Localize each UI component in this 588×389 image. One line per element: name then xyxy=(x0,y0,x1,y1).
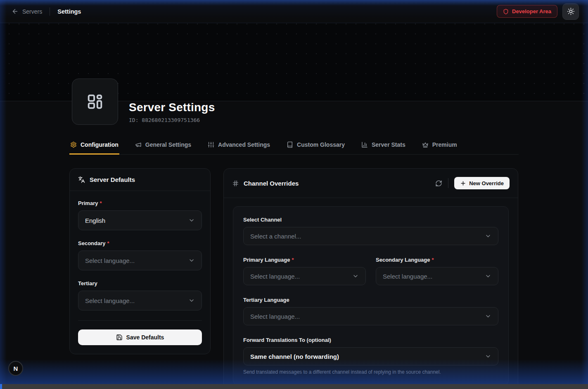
required-marker: * xyxy=(107,240,109,246)
content-panels: Server Defaults Primary * English xyxy=(69,168,518,389)
server-id-label: ID: xyxy=(129,117,138,123)
tab-label: Premium xyxy=(432,141,457,148)
override-primary-select[interactable]: Select language... xyxy=(243,267,366,285)
channel-overrides-title: Channel Overrides xyxy=(244,180,299,187)
megaphone-icon xyxy=(135,141,142,148)
overrides-actions: New Override xyxy=(435,177,510,189)
chevron-down-icon xyxy=(352,273,359,279)
required-marker: * xyxy=(292,257,294,263)
channel-overrides-header: Channel Overrides New Override xyxy=(224,169,518,198)
select-value: English xyxy=(85,217,105,224)
server-avatar xyxy=(72,79,118,125)
override-secondary-select[interactable]: Select language... xyxy=(376,267,498,285)
label-text: Tertiary xyxy=(78,280,97,286)
refresh-icon xyxy=(435,180,442,187)
select-channel-field: Select Channel Select a channel... xyxy=(243,217,498,245)
save-defaults-button[interactable]: Save Defaults xyxy=(78,329,202,345)
settings-tabs: Configuration General Settings Advanced … xyxy=(69,137,519,155)
gear-icon xyxy=(70,141,77,148)
field-label: Primary Language * xyxy=(243,257,366,263)
field-label: Forward Translations To (optional) xyxy=(243,337,498,343)
bar-chart-icon xyxy=(361,141,368,148)
label-text: Secondary Language xyxy=(376,257,430,263)
new-override-button[interactable]: New Override xyxy=(454,177,510,189)
chevron-down-icon xyxy=(485,353,491,360)
label-text: Tertiary Language xyxy=(243,297,289,303)
field-label: Tertiary xyxy=(78,280,202,286)
select-value: Same channel (no forwarding) xyxy=(250,353,339,360)
topbar-divider xyxy=(50,7,50,16)
primary-language-select[interactable]: English xyxy=(78,210,202,230)
tab-custom-glossary[interactable]: Custom Glossary xyxy=(286,137,346,155)
override-tertiary-field: Tertiary Language Select language... xyxy=(243,297,498,325)
floating-n-badge[interactable]: N xyxy=(8,361,23,376)
chevron-down-icon xyxy=(188,297,195,304)
label-text: Select Channel xyxy=(243,217,282,223)
languages-icon xyxy=(78,176,85,183)
select-placeholder: Select language... xyxy=(250,273,300,280)
secondary-language-field: Secondary * Select language... xyxy=(78,240,202,270)
select-placeholder: Select language... xyxy=(85,257,135,264)
save-defaults-label: Save Defaults xyxy=(126,334,164,341)
page-title: Settings xyxy=(57,8,81,15)
required-marker: * xyxy=(100,200,102,206)
field-label: Select Channel xyxy=(243,217,498,223)
forward-translations-field: Forward Translations To (optional) Same … xyxy=(243,337,498,375)
select-placeholder: Select language... xyxy=(383,273,432,280)
language-row: Primary Language * Select language... xyxy=(243,257,498,297)
server-head-text: Server Settings ID: 882680213309751366 xyxy=(129,101,215,125)
divider xyxy=(78,320,202,321)
tertiary-language-field: Tertiary Select language... xyxy=(78,280,202,310)
override-secondary-field: Secondary Language * Select language... xyxy=(376,257,498,285)
tab-premium[interactable]: Premium xyxy=(421,137,458,155)
tab-label: Advanced Settings xyxy=(218,141,270,148)
label-text: Forward Translations To (optional) xyxy=(243,337,331,343)
label-text: Secondary xyxy=(78,240,105,246)
field-label: Secondary Language * xyxy=(376,257,498,263)
server-header: Server Settings ID: 882680213309751366 xyxy=(72,79,215,125)
server-defaults-panel: Server Defaults Primary * English xyxy=(69,168,211,354)
label-text: Primary xyxy=(78,200,98,206)
layout-dashboard-icon xyxy=(85,92,104,111)
hash-icon xyxy=(232,180,239,187)
theme-toggle-button[interactable] xyxy=(562,3,579,20)
field-label: Primary * xyxy=(78,200,202,206)
back-link-label: Servers xyxy=(22,8,42,15)
forward-help-text: Send translated messages to a different … xyxy=(243,369,498,375)
app-window: Servers Settings Developer Area xyxy=(0,0,588,389)
tab-configuration[interactable]: Configuration xyxy=(69,137,119,155)
tab-label: Server Stats xyxy=(372,141,405,148)
tab-advanced-settings[interactable]: Advanced Settings xyxy=(207,137,271,155)
primary-language-field: Primary * English xyxy=(78,200,202,230)
topbar-actions: Developer Area xyxy=(497,3,579,20)
select-placeholder: Select a channel... xyxy=(250,233,301,240)
book-icon xyxy=(287,141,293,148)
chevron-down-icon xyxy=(188,257,195,264)
refresh-button[interactable] xyxy=(435,180,442,187)
server-settings-title: Server Settings xyxy=(129,101,215,114)
override-tertiary-select[interactable]: Select language... xyxy=(243,307,498,325)
developer-area-badge[interactable]: Developer Area xyxy=(497,5,557,18)
override-primary-field: Primary Language * Select language... xyxy=(243,257,366,285)
field-label: Secondary * xyxy=(78,240,202,246)
tab-general-settings[interactable]: General Settings xyxy=(134,137,192,155)
chevron-down-icon xyxy=(188,217,195,224)
sliders-icon xyxy=(208,141,214,148)
required-marker: * xyxy=(432,257,434,263)
chevron-down-icon xyxy=(485,233,491,239)
field-label: Tertiary Language xyxy=(243,297,498,303)
select-placeholder: Select language... xyxy=(250,313,300,320)
channel-overrides-panel: Channel Overrides New Override xyxy=(223,168,518,389)
back-to-servers-link[interactable]: Servers xyxy=(12,8,42,15)
secondary-language-select[interactable]: Select language... xyxy=(78,251,202,270)
tab-label: Custom Glossary xyxy=(297,141,345,148)
chevron-down-icon xyxy=(485,313,491,320)
shield-icon xyxy=(503,9,509,14)
channel-select[interactable]: Select a channel... xyxy=(243,227,498,245)
arrow-left-icon xyxy=(12,8,19,15)
tab-server-stats[interactable]: Server Stats xyxy=(360,137,406,155)
chevron-down-icon xyxy=(485,273,491,279)
tertiary-language-select[interactable]: Select language... xyxy=(78,291,202,310)
server-defaults-header: Server Defaults xyxy=(70,169,210,191)
forward-translations-select[interactable]: Same channel (no forwarding) xyxy=(243,347,498,365)
